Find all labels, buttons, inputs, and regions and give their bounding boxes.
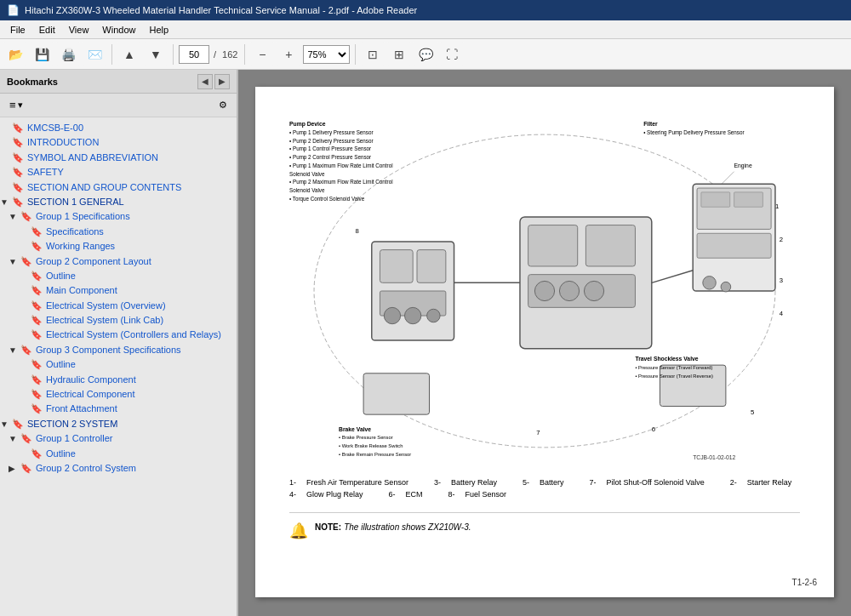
bookmark-elec-overview[interactable]: 🔖 Electrical System (Overview) xyxy=(0,299,237,313)
zoom-select[interactable]: 50% 75% 100% 125% 150% xyxy=(303,45,350,64)
bookmark-group2ctrlsys[interactable]: ▶ 🔖 Group 2 Control System xyxy=(0,461,237,476)
next-page-button[interactable]: ▼ xyxy=(144,43,168,66)
bookmark-safety[interactable]: 🔖 SAFETY xyxy=(0,165,237,180)
zoom-in-button[interactable]: + xyxy=(277,43,300,66)
svg-text:• Pump 1 Control Pressure Sens: • Pump 1 Control Pressure Sensor xyxy=(289,145,371,152)
bookmark-symbol[interactable]: 🔖 SYMBOL AND ABBREVIATION xyxy=(0,151,237,165)
bookmark-main-comp[interactable]: 🔖 Main Component xyxy=(0,283,237,298)
bookmark-hydraulic[interactable]: 🔖 Hydraulic Component xyxy=(0,373,237,387)
bookmark-label: SECTION AND GROUP CONTENTS xyxy=(27,181,181,194)
bookmark-label: Group 1 Specifications xyxy=(36,210,130,223)
bookmark-group2comp[interactable]: ▼ 🔖 Group 2 Component Layout xyxy=(0,254,237,269)
bookmark-kmcsb[interactable]: 🔖 KMCSB-E-00 xyxy=(0,121,237,135)
legend-label: Battery xyxy=(540,478,564,487)
svg-rect-31 xyxy=(417,250,446,283)
svg-rect-18 xyxy=(734,192,763,207)
page-number-input[interactable] xyxy=(179,45,209,64)
legend-label: Pilot Shut-Off Solenoid Valve xyxy=(606,478,704,487)
fit-width-button[interactable]: ⊞ xyxy=(387,43,411,66)
bookmark-outline2[interactable]: 🔖 Outline xyxy=(0,357,237,372)
legend-num: 5- xyxy=(523,478,536,487)
legend-item-4: 4- Glow Plug Relay xyxy=(289,490,363,499)
legend-label: Battery Relay xyxy=(451,478,497,487)
title-bar: 📄 Hitachi ZX360W-3 Wheeled Material Hand… xyxy=(0,0,851,20)
menu-edit[interactable]: Edit xyxy=(32,23,62,37)
expand-panel-button[interactable]: ▶ xyxy=(214,74,230,89)
legend-item-1: 1- Fresh Air Temperature Sensor xyxy=(289,478,408,487)
expand-icon: ▼ xyxy=(9,432,19,445)
bookmark-label: SECTION 2 SYSTEM xyxy=(27,418,117,431)
bookmark-front-attach[interactable]: 🔖 Front Attachment xyxy=(0,402,237,416)
page-icon: 🔖 xyxy=(31,299,43,312)
svg-text:4: 4 xyxy=(780,310,784,317)
bookmarks-header: Bookmarks ◀ ▶ xyxy=(0,70,237,94)
bookmark-electrical-comp[interactable]: 🔖 Electrical Component xyxy=(0,387,237,402)
page-icon: 🔖 xyxy=(31,225,43,238)
bookmark-intro[interactable]: 🔖 INTRODUCTION xyxy=(0,135,237,150)
bookmarks-toolbar: ≡ ▾ ⚙ xyxy=(0,94,237,117)
bookmark-elec-link[interactable]: 🔖 Electrical System (Link Cab) xyxy=(0,313,237,328)
legend-item-7: 7- Pilot Shut-Off Solenoid Valve xyxy=(589,478,704,487)
note-label: NOTE: xyxy=(315,522,341,532)
expand-icon: ▼ xyxy=(9,344,19,356)
bookmark-outline3[interactable]: 🔖 Outline xyxy=(0,447,237,461)
fit-page-button[interactable]: ⊡ xyxy=(361,43,385,66)
open-button[interactable]: 📂 xyxy=(3,43,27,66)
bookmark-section2[interactable]: ▼ 🔖 SECTION 2 SYSTEM xyxy=(0,417,237,431)
legend-item-6: 6- ECM xyxy=(389,490,423,499)
bookmark-group3compspec[interactable]: ▼ 🔖 Group 3 Component Specifications xyxy=(0,343,237,357)
bookmarks-list-button[interactable]: ≡ ▾ xyxy=(5,96,27,114)
menu-help[interactable]: Help xyxy=(142,23,175,37)
bookmark-outline1[interactable]: 🔖 Outline xyxy=(0,269,237,283)
bookmarks-tree[interactable]: 🔖 KMCSB-E-00 🔖 INTRODUCTION 🔖 SYMBOL AND… xyxy=(0,117,237,616)
expand-placeholder xyxy=(19,388,29,389)
zoom-out-button[interactable]: − xyxy=(250,43,274,66)
bookmark-label: Main Component xyxy=(46,284,117,297)
bookmark-section1[interactable]: ▼ 🔖 SECTION 1 GENERAL xyxy=(0,195,237,209)
expand-placeholder xyxy=(19,402,29,403)
fullscreen-button[interactable]: ⛶ xyxy=(440,43,464,66)
page-icon: 🔖 xyxy=(12,196,24,208)
document-panel[interactable]: Pump Device • Pump 1 Delivery Pressure S… xyxy=(238,70,851,616)
legend-num: 1- xyxy=(289,478,303,487)
page-icon: 🔖 xyxy=(31,448,43,460)
comment-button[interactable]: 💬 xyxy=(414,43,437,66)
save-button[interactable]: 💾 xyxy=(30,43,54,66)
page-icon: 🔖 xyxy=(31,374,43,386)
bookmark-label: Electrical System (Controllers and Relay… xyxy=(46,328,221,341)
bookmark-label: Group 1 Controller xyxy=(36,432,113,445)
toolbar: 📂 💾 🖨️ ✉️ ▲ ▼ / 162 − + 50% 75% 100% 125… xyxy=(0,39,851,70)
bookmark-working-ranges[interactable]: 🔖 Working Ranges xyxy=(0,239,237,254)
email-button[interactable]: ✉️ xyxy=(83,43,106,66)
bookmark-group1ctrl[interactable]: ▼ 🔖 Group 1 Controller xyxy=(0,431,237,446)
menu-window[interactable]: Window xyxy=(95,23,142,37)
bookmark-label: Electrical System (Link Cab) xyxy=(46,314,163,327)
note-content: NOTE: The illustration shows ZX210W-3. xyxy=(315,522,471,532)
bookmark-label: SYMBOL AND ABBREVIATION xyxy=(27,151,158,164)
separator-2 xyxy=(173,44,174,65)
bookmark-group1spec[interactable]: ▼ 🔖 Group 1 Specifications xyxy=(0,209,237,224)
expand-placeholder xyxy=(19,328,29,329)
collapse-panel-button[interactable]: ◀ xyxy=(197,74,213,89)
bookmarks-settings-button[interactable]: ⚙ xyxy=(214,97,231,113)
page-icon: 🔖 xyxy=(31,358,43,371)
page-icon: 🔖 xyxy=(31,388,43,401)
bookmark-elec-ctrl[interactable]: 🔖 Electrical System (Controllers and Rel… xyxy=(0,328,237,342)
svg-point-26 xyxy=(534,281,554,300)
svg-text:• Pump 1 Maximum Flow Rate Lim: • Pump 1 Maximum Flow Rate Limit Control xyxy=(289,163,393,169)
svg-text:8: 8 xyxy=(355,227,358,235)
expand-placeholder xyxy=(0,151,10,152)
bookmark-label: Specifications xyxy=(46,225,104,238)
menu-view[interactable]: View xyxy=(62,23,96,37)
bookmark-section-group[interactable]: 🔖 SECTION AND GROUP CONTENTS xyxy=(0,180,237,195)
print-button[interactable]: 🖨️ xyxy=(56,43,80,66)
expand-placeholder xyxy=(0,136,10,137)
bookmark-specifications[interactable]: 🔖 Specifications xyxy=(0,225,237,239)
page-icon: 🔖 xyxy=(12,151,24,164)
prev-page-button[interactable]: ▲ xyxy=(117,43,141,66)
svg-text:6: 6 xyxy=(652,425,655,433)
bookmark-label: Working Ranges xyxy=(46,240,115,253)
menu-file[interactable]: File xyxy=(3,23,32,37)
expand-placeholder xyxy=(19,374,29,374)
page-icon: 🔖 xyxy=(20,255,32,268)
